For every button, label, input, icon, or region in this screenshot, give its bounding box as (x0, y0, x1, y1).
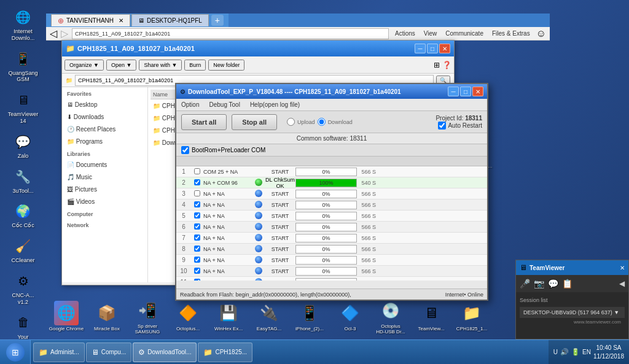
volume-tray-icon[interactable]: 🔋 (571, 348, 580, 356)
download-minimize-button[interactable]: ─ (448, 87, 459, 96)
bottom-icon-iphone[interactable]: 📱 iPhone_(2)... (292, 301, 327, 332)
share-button[interactable]: Share with ▼ (139, 60, 182, 71)
tray-icons: U 🔊 🔋 EN (553, 348, 591, 356)
sidebar-documents[interactable]: 📄 Documents (64, 158, 145, 171)
status-bar: Readback from Flash: begin_addr(0x000000… (176, 288, 487, 300)
taskbar-items: 📁 Administ... 🖥 Compu... ⚙ DownloadTool.… (31, 340, 549, 364)
browser-tab-bar: ⊕ TANVIENTHANH ✕ 🖥 DESKTOP-HQ1PFL + (46, 14, 550, 27)
menu-communicate[interactable]: Communicate (443, 30, 486, 37)
start-button[interactable]: ⊞ (0, 340, 31, 365)
bottom-icon-teamviewer[interactable]: 🖥 TeamView... (413, 301, 449, 332)
bottom-icon-easytag[interactable]: 🔌 EasyTAG... (251, 301, 287, 332)
sidebar-item-cnc[interactable]: ⚙ CNC-A...v1.2 (2, 269, 44, 308)
organize-button[interactable]: Organize ▼ (64, 60, 104, 71)
sidebar-item-zalo[interactable]: 💬 Zalo (2, 130, 44, 162)
unikey-tray-icon[interactable]: U (553, 349, 558, 355)
teamviewer-close-button[interactable]: ✕ (620, 265, 625, 271)
explorer-sidebar: Favorites 🖥 Desktop ⬇ Downloads 🕐 Recent… (62, 87, 148, 282)
menu-debug[interactable]: Debug Tool (206, 101, 242, 108)
add-tab-button[interactable]: + (211, 15, 224, 26)
bottom-icon-octo-hd[interactable]: 💿 OctoplusHD-USB Dr... (373, 298, 408, 335)
auto-restart-checkbox[interactable]: Auto Restart (438, 122, 482, 130)
sidebar-recent[interactable]: 🕐 Recent Places (64, 123, 145, 135)
explorer-maximize-button[interactable]: □ (427, 44, 438, 53)
3utool-icon: 🔧 (14, 167, 33, 187)
sidebar-videos[interactable]: 🎬 Videos (64, 195, 145, 207)
browser-tab-1[interactable]: ⊕ TANVIENTHANH ✕ (51, 14, 130, 26)
sidebar-item-coccoc[interactable]: 🌍 Cốc Cốc (2, 199, 44, 231)
sidebar-item-quangsang[interactable]: 📱 QuangSangGSM (2, 47, 44, 86)
table-row: 6 NA + NA START 0% 566 S (176, 222, 487, 233)
quangsang-icon: 📱 (14, 49, 33, 69)
network-tray-icon[interactable]: 🔊 (560, 348, 569, 356)
sidebar-pictures[interactable]: 🖼 Pictures (64, 183, 145, 195)
bottom-icon-winhex[interactable]: 💾 WinHex Ex... (211, 301, 246, 332)
tv-collapse-icon[interactable]: ◀ (619, 279, 625, 288)
desktop: 🌐 Internet Downlo... 📱 QuangSangGSM 🖥 Te… (0, 0, 629, 364)
sidebar-programs[interactable]: 📁 Programs (64, 135, 145, 147)
taskbar-item-downloadtool[interactable]: ⚙ DownloadTool... (133, 343, 197, 362)
start-all-button[interactable]: Start all (181, 114, 227, 130)
libraries-header: Libraries (64, 150, 145, 158)
close-tab-1[interactable]: ✕ (119, 17, 123, 24)
stop-all-button[interactable]: Stop all (232, 114, 277, 130)
ccleaner-label: CCleaner (11, 257, 34, 264)
language-tray-icon[interactable]: EN (582, 349, 591, 355)
download-close-button[interactable]: ✕ (472, 87, 483, 96)
sidebar-item-3utool[interactable]: 🔧 3uTool... (2, 165, 44, 197)
sidebar-music[interactable]: 🎵 Music (64, 171, 145, 183)
taskbar-item-cph[interactable]: 📁 CPH1825... (198, 343, 252, 362)
bottom-icon-chrome[interactable]: 🌐 Google Chrome (49, 301, 84, 332)
bottom-icon-octoplus[interactable]: 🔶 Octoplus... (170, 301, 206, 332)
tv-chat-icon[interactable]: 💬 (548, 279, 558, 288)
zalo-label: Zalo (18, 153, 29, 160)
tv-mic-icon[interactable]: 🎤 (520, 279, 530, 288)
explorer-minimize-button[interactable]: ─ (415, 44, 426, 53)
explorer-close-button[interactable]: ✕ (439, 44, 450, 53)
upload-radio[interactable] (287, 118, 295, 126)
menu-option[interactable]: Option (179, 101, 201, 108)
teamviewer-session-item[interactable]: DESKTOP-UBBVa9D (517 964 637) ▼ (520, 307, 625, 318)
bottom-icon-ocl3[interactable]: 🔷 Ocl-3 (332, 301, 368, 332)
help-icon[interactable]: ❓ (442, 61, 451, 69)
menu-help[interactable]: Help(open log file) (248, 101, 302, 108)
system-clock[interactable]: 10:40 SA 11/12/2018 (593, 344, 624, 361)
cnc-icon: ⚙ (14, 271, 33, 291)
tv-clipboard-icon[interactable]: 📋 (562, 279, 572, 288)
sidebar-item-internet[interactable]: 🌐 Internet Downlo... (2, 5, 44, 44)
menu-view[interactable]: View (421, 30, 440, 37)
nav-forward-icon[interactable]: ▷ (61, 28, 68, 39)
sidebar-item-teamviewer[interactable]: 🖥 TeamViewer14 (2, 88, 44, 127)
sidebar-desktop[interactable]: 🖥 Desktop (64, 98, 145, 110)
table-row: 11 NA + NA START 0% 566 S (176, 277, 487, 281)
nav-back-icon[interactable]: ◁ (50, 28, 57, 39)
bottom-icon-samsung[interactable]: 📲 Sp driverSAMSUNG (130, 298, 165, 335)
sidebar-downloads[interactable]: ⬇ Downloads (64, 110, 145, 123)
tv-camera-icon[interactable]: 📷 (534, 279, 544, 288)
new-folder-button[interactable]: New folder (208, 60, 244, 71)
bootrom-checkbox[interactable] (181, 146, 189, 154)
bottom-icon-miracle[interactable]: 📦 Miracle Box (89, 301, 125, 332)
zalo-icon: 💬 (14, 132, 33, 152)
coccoc-label: Cốc Cốc (12, 222, 34, 229)
bottom-icon-cph[interactable]: 📁 CPH1825_1... (454, 301, 490, 332)
coccoc-icon: 🌍 (14, 201, 33, 221)
view-toggle-icon[interactable]: ⊞ (434, 61, 440, 69)
menu-files[interactable]: Files & Extras (490, 30, 533, 37)
taskbar-item-admin[interactable]: 📁 Administ... (33, 343, 85, 362)
3utool-label: 3uTool... (12, 188, 33, 195)
sidebar-item-ccleaner[interactable]: 🧹 CCleaner (2, 234, 44, 266)
table-row: 10 NA + NA START 0% 566 S (176, 266, 487, 277)
browser-tab-2[interactable]: 🖥 DESKTOP-HQ1PFL (131, 14, 209, 26)
download-toolbar: Start all Stop all Upload Download Proje… (176, 111, 487, 133)
download-radio[interactable] (318, 118, 326, 126)
address-bar[interactable]: CPH1825_11_A09_181027_b1a40201 (72, 28, 389, 39)
download-title: DownloadTool_EXP_P_V1804.48 ---- CPH1825… (188, 88, 445, 95)
open-button[interactable]: Open ▼ (106, 60, 136, 71)
taskbar-item-computer[interactable]: 🖥 Compu... (86, 343, 132, 362)
table-row: 2 NA + COM 96 DL ChkSum OK 100% 540 S (176, 177, 487, 188)
download-maximize-button[interactable]: □ (460, 87, 471, 96)
menu-actions[interactable]: Actions (393, 30, 418, 37)
burn-button[interactable]: Burn (184, 60, 206, 71)
table-row: 4 NA + NA START 0% 566 S (176, 199, 487, 211)
